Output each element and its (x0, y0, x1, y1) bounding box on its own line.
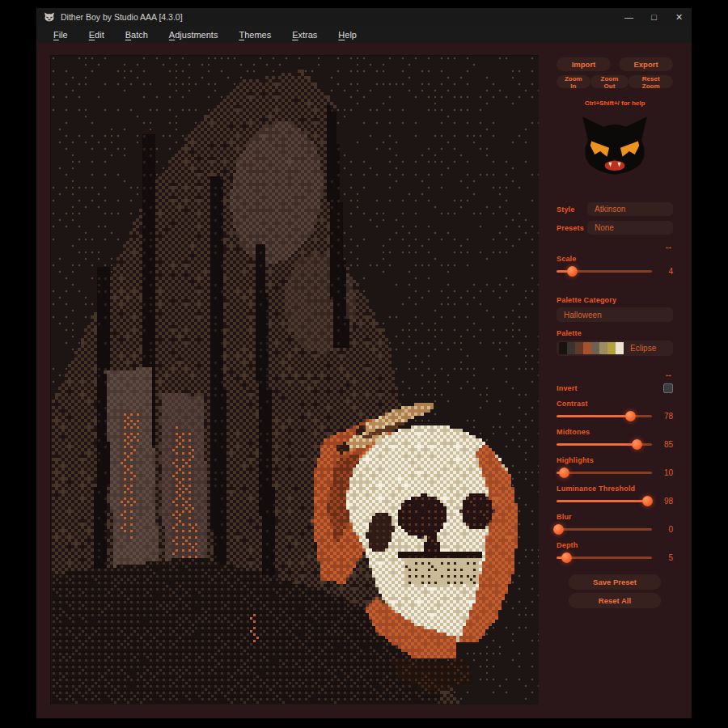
slider-thumb-contrast[interactable] (625, 411, 636, 421)
reset-zoom-button[interactable]: Reset Zoom (629, 75, 673, 88)
sidebar: Import Export Zoom In Zoom Out Reset Zoo… (557, 57, 673, 608)
menu-item-help[interactable]: Help (328, 30, 367, 40)
zoom-out-button[interactable]: Zoom Out (590, 75, 629, 88)
slider-label-luminance-threshold: Luminance Threshold (557, 485, 673, 493)
scale-label: Scale (557, 255, 673, 263)
menu-item-extras[interactable]: Extras (281, 30, 328, 40)
menu-item-adjustments[interactable]: Adjustments (159, 30, 229, 40)
slider-track-luminance-threshold[interactable] (557, 500, 652, 502)
invert-checkbox[interactable] (663, 383, 673, 393)
help-hint: Ctrl+Shift+/ for help (557, 99, 673, 107)
zoom-in-button[interactable]: Zoom In (557, 75, 590, 88)
palette-swatch-1 (567, 342, 575, 354)
cat-logo-icon (579, 113, 650, 181)
palette-swatches (559, 342, 624, 354)
slider-value-highlights: 10 (652, 468, 673, 477)
menu-item-batch[interactable]: Batch (115, 30, 159, 40)
palette-category-label: Palette Category (557, 296, 673, 304)
palette-label: Palette (557, 329, 673, 337)
palette-swatch-5 (599, 342, 607, 354)
invert-label: Invert (557, 384, 578, 392)
palette-dropdown[interactable]: Eclipse (557, 341, 673, 356)
save-preset-button[interactable]: Save Preset (569, 574, 661, 590)
slider-thumb-luminance-threshold[interactable] (642, 496, 653, 506)
slider-row-midtones: 85 (557, 438, 673, 450)
menu-item-file[interactable]: File (43, 30, 78, 40)
slider-value-luminance-threshold: 98 (652, 497, 673, 506)
image-preview-panel (50, 55, 539, 705)
window-title: Dither Boy by Studio AAA [4.3.0] (61, 12, 183, 22)
slider-value-depth: 5 (652, 553, 673, 562)
style-value: Atkinson (595, 205, 625, 214)
slider-thumb-depth[interactable] (561, 552, 572, 563)
slider-label-contrast: Contrast (557, 400, 673, 408)
presets-value: None (595, 223, 614, 232)
slider-row-luminance-threshold: 98 (557, 495, 673, 506)
slider-row-blur: 0 (557, 523, 673, 535)
slider-row-highlights: 10 (557, 467, 673, 478)
app-cat-icon (44, 12, 55, 22)
slider-value-midtones: 85 (652, 440, 673, 449)
slider-track-scale[interactable] (557, 270, 652, 273)
slider-thumb-highlights[interactable] (559, 468, 569, 478)
export-button[interactable]: Export (619, 57, 673, 71)
slider-track-highlights[interactable] (557, 472, 652, 474)
slider-thumb-scale[interactable] (567, 266, 578, 277)
slider-value-contrast: 78 (652, 412, 673, 421)
maximize-button[interactable]: □ (641, 8, 667, 26)
palette-swatch-2 (575, 342, 583, 354)
slider-label-midtones: Midtones (557, 428, 673, 436)
palette-swatch-0 (559, 342, 567, 354)
style-label: Style (557, 205, 587, 214)
resize-handle-icon[interactable]: ↔ (557, 241, 673, 251)
slider-thumb-midtones[interactable] (632, 439, 642, 450)
menu-item-themes[interactable]: Themes (228, 30, 281, 40)
resize-handle-icon[interactable]: ↔ (557, 369, 673, 379)
dithered-image-preview[interactable] (52, 57, 539, 705)
slider-row-scale: 4 (557, 265, 673, 277)
palette-category-value: Halloween (564, 311, 602, 320)
content-area: Import Export Zoom In Zoom Out Reset Zoo… (36, 43, 692, 718)
slider-row-contrast: 78 (557, 410, 673, 421)
minimize-button[interactable]: — (616, 8, 641, 26)
slider-row-depth: 5 (557, 552, 673, 563)
style-dropdown[interactable]: Atkinson (587, 202, 673, 216)
palette-category-dropdown[interactable]: Halloween (557, 307, 673, 322)
palette-swatch-4 (591, 342, 599, 354)
slider-track-contrast[interactable] (557, 415, 652, 417)
slider-track-midtones[interactable] (557, 443, 652, 446)
presets-dropdown[interactable]: None (587, 221, 673, 235)
import-button[interactable]: Import (557, 57, 611, 71)
slider-track-blur[interactable] (557, 528, 652, 531)
slider-label-highlights: Highlights (557, 456, 673, 464)
slider-track-depth[interactable] (557, 557, 652, 559)
palette-swatch-7 (616, 342, 624, 354)
slider-value-scale: 4 (652, 267, 673, 276)
presets-label: Presets (557, 224, 587, 232)
slider-thumb-blur[interactable] (553, 524, 564, 535)
app-window: Dither Boy by Studio AAA [4.3.0] — □ ✕ F… (36, 8, 692, 718)
reset-all-button[interactable]: Reset All (569, 593, 661, 608)
palette-swatch-3 (583, 342, 591, 354)
slider-label-blur: Blur (557, 513, 673, 521)
slider-value-blur: 0 (652, 525, 673, 534)
menu-item-edit[interactable]: Edit (78, 30, 115, 40)
slider-label-depth: Depth (557, 541, 673, 549)
title-bar: Dither Boy by Studio AAA [4.3.0] — □ ✕ (36, 8, 692, 26)
palette-swatch-6 (607, 342, 616, 354)
close-button[interactable]: ✕ (667, 8, 692, 26)
palette-value: Eclipse (630, 344, 656, 353)
menu-bar: FileEditBatchAdjustmentsThemesExtrasHelp (36, 26, 692, 43)
